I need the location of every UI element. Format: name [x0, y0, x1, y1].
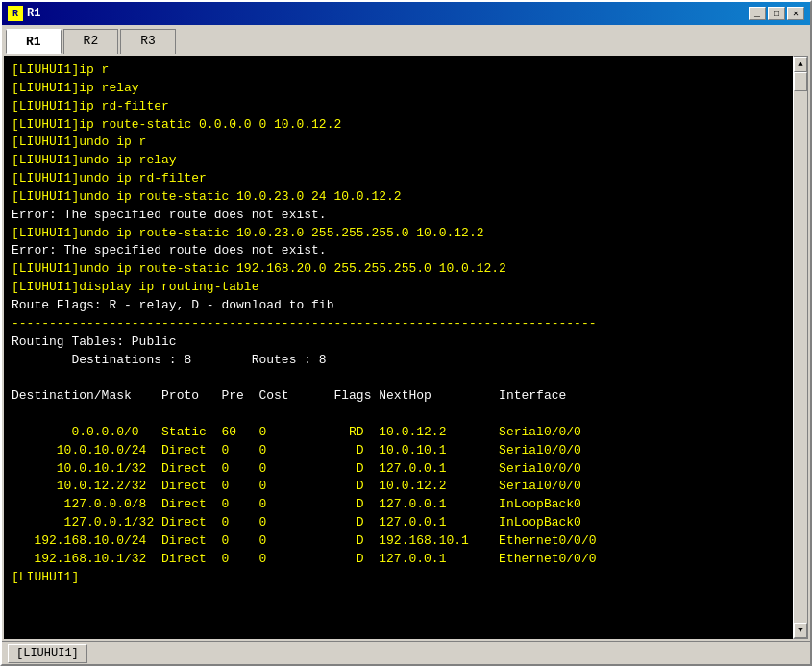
- terminal-line: 10.0.10.1/32 Direct 0 0 D 127.0.0.1 Seri…: [12, 461, 581, 476]
- title-bar-left: R R1: [8, 6, 40, 21]
- terminal-line: ----------------------------------------…: [12, 316, 597, 331]
- terminal-line: 10.0.12.2/32 Direct 0 0 D 10.0.12.2 Seri…: [12, 479, 581, 493]
- minimize-button[interactable]: _: [749, 7, 766, 20]
- terminal-line: [LIUHUI1]undo ip r: [12, 135, 146, 149]
- terminal-line: 0.0.0.0/0 Static 60 0 RD 10.0.12.2 Seria…: [12, 425, 581, 439]
- title-controls: _ □ ✕: [749, 7, 804, 20]
- scroll-track: [794, 72, 807, 623]
- scrollbar: ▲ ▼: [793, 56, 808, 639]
- terminal-line: [LIUHUI1]ip relay: [12, 81, 139, 95]
- tab-r1[interactable]: R1: [6, 29, 62, 54]
- status-bar: [LIUHUI1]: [2, 641, 810, 664]
- tab-bar: R1 R2 R3: [2, 25, 810, 54]
- terminal-line: Error: The specified route does not exis…: [12, 243, 327, 258]
- terminal-line: Destinations : 8 Routes : 8: [12, 353, 327, 367]
- terminal-line: Route Flags: R - relay, D - download to …: [12, 298, 333, 312]
- terminal-line: [LIUHUI1]undo ip route-static 10.0.23.0 …: [12, 189, 402, 204]
- terminal-line: [LIUHUI1]ip r: [12, 62, 109, 77]
- window-title: R1: [27, 7, 40, 20]
- terminal-line: 10.0.10.0/24 Direct 0 0 D 10.0.10.1 Seri…: [12, 443, 581, 457]
- terminal-line: [LIUHUI1]undo ip relay: [12, 153, 177, 167]
- terminal-line: Destination/Mask Proto Pre Cost Flags Ne…: [12, 388, 566, 403]
- tab-r2[interactable]: R2: [63, 29, 119, 54]
- terminal-line: 127.0.0.0/8 Direct 0 0 D 127.0.0.1 InLoo…: [12, 497, 581, 511]
- main-window: R R1 _ □ ✕ R1 R2 R3 [LIUHUI1]ip r [LIUHU…: [0, 0, 812, 666]
- scroll-thumb[interactable]: [794, 72, 807, 91]
- terminal-line: Error: The specified route does not exis…: [12, 208, 327, 222]
- terminal-line: 127.0.0.1/32 Direct 0 0 D 127.0.0.1 InLo…: [12, 515, 581, 530]
- close-button[interactable]: ✕: [787, 7, 804, 20]
- scroll-down-button[interactable]: ▼: [794, 623, 807, 638]
- window-icon: R: [8, 6, 23, 21]
- terminal-line: [LIUHUI1]: [12, 570, 79, 584]
- terminal-line: [LIUHUI1]undo ip route-static 10.0.23.0 …: [12, 226, 483, 240]
- status-text: [LIUHUI1]: [8, 644, 87, 663]
- terminal-line: [LIUHUI1]display ip routing-table: [12, 280, 258, 294]
- tab-r3[interactable]: R3: [120, 29, 176, 54]
- maximize-button[interactable]: □: [768, 7, 785, 20]
- terminal-output[interactable]: [LIUHUI1]ip r [LIUHUI1]ip relay [LIUHUI1…: [4, 56, 793, 639]
- scroll-up-button[interactable]: ▲: [794, 57, 807, 72]
- terminal-line: [LIUHUI1]undo ip route-static 192.168.20…: [12, 261, 506, 276]
- terminal-line: 192.168.10.1/32 Direct 0 0 D 127.0.0.1 E…: [12, 552, 597, 566]
- title-bar: R R1 _ □ ✕: [2, 2, 810, 25]
- terminal-line: [LIUHUI1]ip route-static 0.0.0.0 0 10.0.…: [12, 117, 341, 132]
- terminal-line: [LIUHUI1]ip rd-filter: [12, 99, 169, 113]
- terminal-container: [LIUHUI1]ip r [LIUHUI1]ip relay [LIUHUI1…: [2, 54, 810, 641]
- terminal-line: 192.168.10.0/24 Direct 0 0 D 192.168.10.…: [12, 533, 597, 548]
- terminal-line: Routing Tables: Public: [12, 334, 177, 349]
- terminal-line: [LIUHUI1]undo ip rd-filter: [12, 171, 207, 185]
